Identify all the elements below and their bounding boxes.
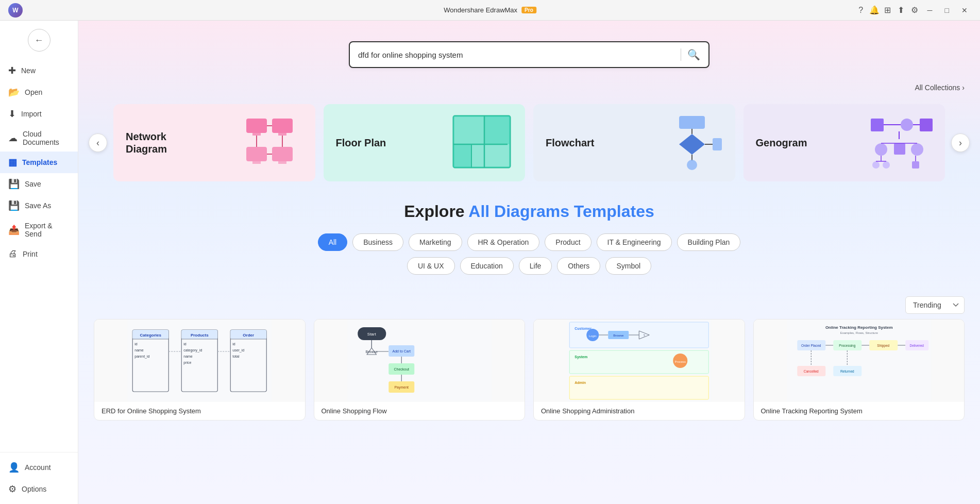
svg-text:Login: Login [589,334,597,338]
search-button[interactable]: 🔍 [687,48,700,61]
svg-text:Payment: Payment [394,385,409,390]
back-button[interactable]: ← [28,29,50,52]
carousel-cards: Network Diagram [113,104,945,181]
filter-tag-others[interactable]: Others [557,257,600,275]
apps-icon[interactable]: ⊞ [883,6,892,15]
filter-tag-life[interactable]: Life [519,257,552,275]
sidebar-label-account: Account [25,463,51,472]
template-card-floor-plan[interactable]: Floor Plan [324,104,526,181]
template-card-network-diagram[interactable]: Network Diagram [113,104,315,181]
help-icon[interactable]: ? [856,6,866,15]
sidebar-item-save[interactable]: 💾 Save [0,173,78,195]
diagram-card-admin[interactable]: Customer System Admin Login Browse ? [533,319,745,421]
svg-rect-87 [569,350,708,374]
carousel-wrapper: ‹ Network Diagram [89,104,970,181]
svg-rect-6 [272,147,293,161]
svg-text:Shipped: Shipped [877,344,889,348]
all-collections-link[interactable]: All Collections › [915,83,965,92]
svg-rect-14 [484,116,510,144]
filter-tag-education[interactable]: Education [460,257,514,275]
sidebar-item-save-as[interactable]: 💾 Save As [0,195,78,216]
svg-text:Browse: Browse [613,334,624,337]
sidebar-bottom: 👤 Account ⚙ Options [0,452,78,500]
card-title-network-diagram: Network Diagram [126,130,198,155]
filter-tag-ui-ux[interactable]: UI & UX [407,257,455,275]
sidebar-item-export[interactable]: 📤 Export & Send [0,216,78,243]
svg-text:Admin: Admin [575,381,586,384]
filter-tag-symbol[interactable]: Symbol [605,257,651,275]
svg-text:total: total [232,355,240,358]
network-visual [241,113,303,172]
sidebar-item-print[interactable]: 🖨 Print [0,243,78,264]
title-bar: W Wondershare EdrawMax Pro ? 🔔 ⊞ ⬆ ⚙ ─ □… [0,0,980,21]
title-bar-right: ? 🔔 ⊞ ⬆ ⚙ ─ □ ✕ [856,4,972,16]
svg-rect-16 [471,144,510,167]
carousel-next-button[interactable]: › [951,133,970,152]
diagram-card-info-erd: ERD for Online Shopping System [94,402,305,420]
carousel-prev-button[interactable]: ‹ [89,133,107,152]
filter-tag-business[interactable]: Business [352,233,403,251]
sidebar-item-account[interactable]: 👤 Account [0,457,78,478]
explore-title-highlight: All Diagrams Templates [468,202,654,221]
diagram-card-tracking[interactable]: Online Tracking Reporting System Example… [753,319,965,421]
cloud-icon: ☁ [8,132,18,144]
svg-point-36 [883,161,890,169]
settings-icon[interactable]: ⚙ [910,6,919,15]
sidebar-item-new[interactable]: ✚ New [0,60,78,81]
svg-text:Products: Products [191,333,209,338]
sidebar-item-open[interactable]: 📂 Open [0,81,78,103]
svg-marker-21 [679,134,705,155]
svg-text:System: System [575,355,587,359]
filter-tag-it-engineering[interactable]: IT & Engineering [597,233,672,251]
app-name: Wondershare EdrawMax [444,6,517,14]
svg-point-26 [687,160,697,170]
svg-text:Delivered: Delivered [909,344,924,347]
card-title-floor-plan: Floor Plan [336,137,386,149]
filter-tag-hr-operation[interactable]: HR & Operation [467,233,540,251]
filter-tag-marketing[interactable]: Marketing [409,233,462,251]
templates-icon: ▦ [8,157,17,168]
sidebar-label-new: New [21,66,36,75]
sidebar-label-open: Open [25,88,42,96]
options-icon: ⚙ [8,483,16,495]
maximize-button[interactable]: □ [941,4,953,16]
sidebar-item-templates[interactable]: ▦ Templates [0,152,78,173]
close-button[interactable]: ✕ [957,4,972,16]
svg-text:Customer: Customer [575,327,592,330]
svg-text:user_id: user_id [232,348,244,352]
sidebar-label-import: Import [21,110,42,118]
search-section: 🔍 [78,21,980,78]
template-card-genogram[interactable]: Genogram [744,104,945,181]
svg-text:Start: Start [367,332,376,337]
filter-tag-building-plan[interactable]: Building Plan [677,233,741,251]
diagram-card-img-tracking: Online Tracking Reporting System Example… [754,320,965,402]
genogram-visual [866,113,933,172]
filter-tags-row2: UI & UX Education Life Others Symbol [89,257,970,275]
content-area: 🔍 All Collections › ‹ Network Diagram [78,21,980,504]
explore-title-text: Explore [404,202,468,221]
svg-rect-89 [569,376,708,399]
share-icon[interactable]: ⬆ [897,6,906,15]
filter-tag-all[interactable]: All [318,233,348,251]
filter-tag-product[interactable]: Product [545,233,591,251]
sidebar-item-cloud[interactable]: ☁ Cloud Documents [0,125,78,152]
svg-rect-1 [252,133,261,136]
bell-icon[interactable]: 🔔 [870,6,879,15]
template-card-flowchart[interactable]: Flowchart [533,104,735,181]
cards-grid: Categories id name parent_id Products id… [78,319,980,436]
user-avatar[interactable]: W [8,3,23,18]
diagram-card-erd[interactable]: Categories id name parent_id Products id… [94,319,306,421]
templates-section: All Collections › ‹ Network Diagram [78,78,980,187]
search-input[interactable] [358,51,674,59]
minimize-button[interactable]: ─ [923,4,937,16]
svg-rect-20 [679,116,705,129]
sidebar-item-import[interactable]: ⬇ Import [0,103,78,125]
sidebar-item-options[interactable]: ⚙ Options [0,478,78,500]
svg-text:price: price [183,361,191,365]
svg-text:Examples, Flows, Structure: Examples, Flows, Structure [840,331,878,334]
search-box[interactable]: 🔍 [349,41,709,68]
pro-badge: Pro [521,7,536,13]
trending-select[interactable]: Trending Newest Most Used [905,296,965,314]
diagram-card-flow[interactable]: Start Browse Add to Cart Checkout Paymen… [314,319,526,421]
diagram-card-info-flow: Online Shopping Flow [314,402,525,420]
